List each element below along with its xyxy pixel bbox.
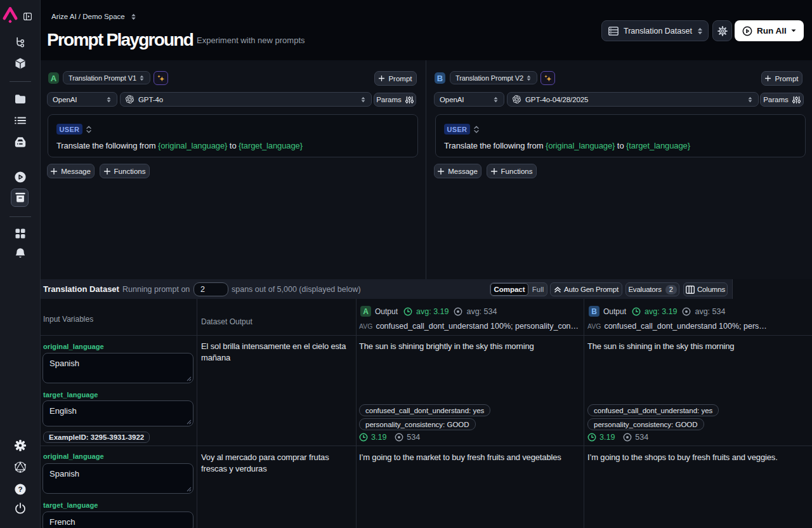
svg-text:?: ? (18, 485, 22, 493)
